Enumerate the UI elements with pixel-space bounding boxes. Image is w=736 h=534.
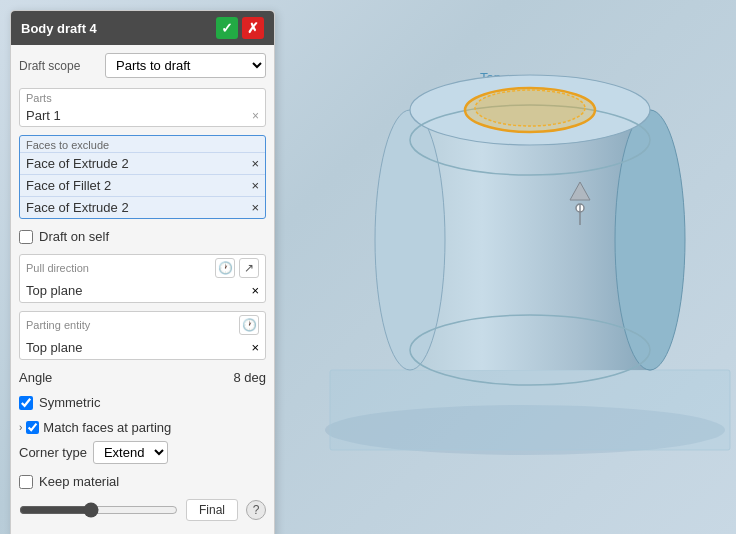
parts-close-btn[interactable]: ×	[252, 110, 259, 122]
angle-row: Angle 8 deg	[19, 368, 266, 387]
help-button[interactable]: ?	[246, 500, 266, 520]
parting-entity-value-row: Top plane ×	[20, 338, 265, 359]
confirm-button[interactable]: ✓	[216, 17, 238, 39]
corner-type-select[interactable]: Extend	[93, 441, 168, 464]
corner-type-row: Corner type Extend	[19, 441, 266, 464]
svg-rect-3	[410, 110, 650, 370]
pull-arrow-btn[interactable]: ↗	[239, 258, 259, 278]
symmetric-row: Symmetric	[19, 393, 266, 412]
face-item-2: Face of Fillet 2 ×	[20, 174, 265, 196]
3d-scene: Top	[260, 0, 736, 534]
parts-label: Parts	[20, 89, 265, 105]
corner-type-label: Corner type	[19, 445, 87, 460]
parting-clock-btn[interactable]: 🕐	[239, 315, 259, 335]
face-close-1[interactable]: ×	[251, 156, 259, 171]
pull-direction-icons: 🕐 ↗	[215, 258, 259, 278]
svg-rect-1	[330, 370, 730, 450]
parting-entity-header: Parting entity 🕐	[20, 312, 265, 338]
pull-direction-label: Pull direction	[26, 262, 89, 274]
parts-section: Parts Part 1 ×	[19, 88, 266, 127]
draft-scope-row: Draft scope Parts to draft	[19, 53, 266, 78]
face-label-3: Face of Extrude 2	[26, 200, 129, 215]
parting-entity-close[interactable]: ×	[251, 340, 259, 355]
panel-body: Draft scope Parts to draft Parts Part 1 …	[11, 45, 274, 534]
svg-point-5	[615, 110, 685, 370]
match-faces-label: Match faces at parting	[43, 420, 171, 435]
keep-material-label: Keep material	[39, 474, 119, 489]
parting-entity-icons: 🕐	[239, 315, 259, 335]
angle-value: 8 deg	[233, 370, 266, 385]
face-item-1: Face of Extrude 2 ×	[20, 152, 265, 174]
final-button[interactable]: Final	[186, 499, 238, 521]
match-faces-checkbox[interactable]	[26, 421, 39, 434]
symmetric-label: Symmetric	[39, 395, 100, 410]
angle-label: Angle	[19, 370, 52, 385]
pull-direction-section: Pull direction 🕐 ↗ Top plane ×	[19, 254, 266, 303]
draft-scope-select[interactable]: Parts to draft	[105, 53, 266, 78]
face-item-3: Face of Extrude 2 ×	[20, 196, 265, 218]
chevron-right-icon: ›	[19, 422, 22, 433]
pull-clock-btn[interactable]: 🕐	[215, 258, 235, 278]
panel-header: Body draft 4 ✓ ✗	[11, 11, 274, 45]
slider[interactable]	[19, 502, 178, 518]
parting-entity-section: Parting entity 🕐 Top plane ×	[19, 311, 266, 360]
panel-title: Body draft 4	[21, 21, 97, 36]
parts-value: Part 1	[26, 108, 61, 123]
parting-entity-label: Parting entity	[26, 319, 90, 331]
cancel-button[interactable]: ✗	[242, 17, 264, 39]
face-label-1: Face of Extrude 2	[26, 156, 129, 171]
draft-scope-label: Draft scope	[19, 59, 99, 73]
draft-on-self-row: Draft on self	[19, 227, 266, 246]
pull-direction-header: Pull direction 🕐 ↗	[20, 255, 265, 281]
faces-exclude-label: Faces to exclude	[20, 136, 265, 152]
svg-point-10	[475, 90, 585, 126]
pull-direction-value-row: Top plane ×	[20, 281, 265, 302]
face-label-2: Face of Fillet 2	[26, 178, 111, 193]
svg-point-4	[375, 110, 445, 370]
slider-row: Final ?	[19, 499, 266, 521]
cylinder-3d	[310, 40, 736, 470]
face-close-2[interactable]: ×	[251, 178, 259, 193]
face-close-3[interactable]: ×	[251, 200, 259, 215]
faces-exclude-section: Faces to exclude Face of Extrude 2 × Fac…	[19, 135, 266, 219]
panel: Body draft 4 ✓ ✗ Draft scope Parts to dr…	[10, 10, 275, 534]
parting-entity-value: Top plane	[26, 340, 82, 355]
pull-direction-value: Top plane	[26, 283, 82, 298]
header-buttons: ✓ ✗	[216, 17, 264, 39]
draft-on-self-checkbox[interactable]	[19, 230, 33, 244]
symmetric-checkbox[interactable]	[19, 396, 33, 410]
pull-direction-close[interactable]: ×	[251, 283, 259, 298]
match-faces-row[interactable]: › Match faces at parting	[19, 420, 266, 435]
parts-item: Part 1 ×	[20, 105, 265, 126]
keep-material-row: Keep material	[19, 472, 266, 491]
keep-material-checkbox[interactable]	[19, 475, 33, 489]
draft-on-self-label: Draft on self	[39, 229, 109, 244]
